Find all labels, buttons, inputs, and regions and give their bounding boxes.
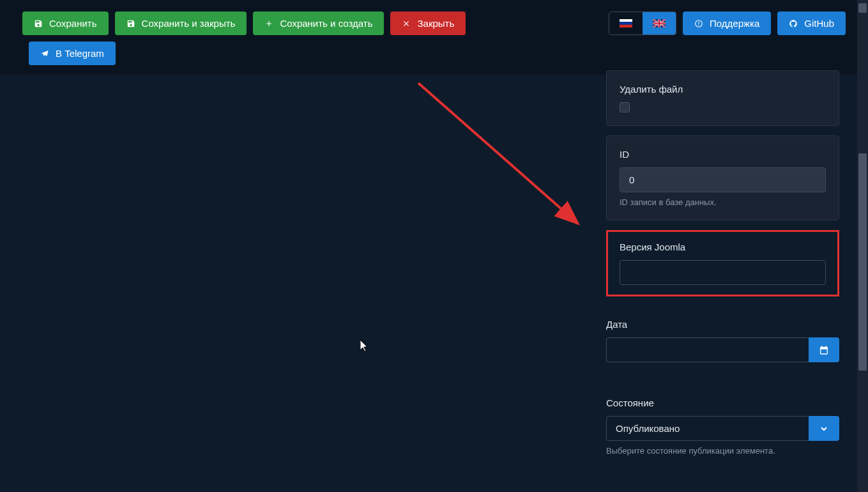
github-icon (789, 19, 798, 28)
calendar-icon (819, 345, 829, 355)
github-button[interactable]: GitHub (777, 12, 846, 35)
date-label: Дата (606, 319, 839, 330)
support-icon (694, 19, 703, 28)
layout-field: Макет По умолчанию Выберите макет из ком… (606, 478, 839, 492)
toolbar-left: Сохранить Сохранить и закрыть Сохранить … (22, 12, 466, 35)
close-button[interactable]: Закрыть (390, 12, 466, 35)
language-switcher (609, 12, 676, 35)
save-close-label: Сохранить и закрыть (142, 18, 236, 29)
joomla-version-highlight: Версия Joomla (606, 230, 839, 296)
telegram-icon (40, 49, 49, 58)
id-input[interactable] (620, 167, 826, 192)
svg-line-5 (418, 83, 578, 224)
scrollbar-outer[interactable] (857, 0, 868, 492)
flag-ru-icon (620, 19, 632, 27)
support-label: Поддержка (710, 18, 759, 29)
id-label: ID (620, 149, 826, 160)
toolbar: Сохранить Сохранить и закрыть Сохранить … (0, 0, 868, 42)
svg-rect-2 (620, 25, 632, 27)
joomla-version-input[interactable] (620, 260, 826, 285)
plus-icon (264, 19, 273, 28)
toolbar-right: Поддержка GitHub (609, 12, 846, 35)
save-button[interactable]: Сохранить (22, 12, 109, 35)
date-picker-button[interactable] (809, 337, 839, 362)
state-select[interactable]: Опубликовано (606, 416, 839, 441)
close-label: Закрыть (417, 18, 454, 29)
state-label: Состояние (606, 397, 839, 408)
id-field: ID ID записи в базе данных. (606, 135, 839, 220)
flag-uk-icon (653, 19, 666, 27)
lang-ru-button[interactable] (609, 12, 643, 35)
state-field: Состояние Опубликовано Выберите состояни… (606, 385, 839, 468)
state-value: Опубликовано (606, 416, 809, 441)
delete-file-checkbox[interactable] (620, 102, 630, 112)
save-new-label: Сохранить и создать (280, 18, 372, 29)
save-new-button[interactable]: Сохранить и создать (253, 12, 384, 35)
github-label: GitHub (804, 18, 834, 29)
arrow-annotation (351, 77, 594, 243)
state-help: Выберите состояние публикации элемента. (606, 446, 839, 456)
id-help: ID записи в базе данных. (620, 197, 826, 207)
delete-file-label: Удалить файл (620, 84, 826, 95)
joomla-version-label: Версия Joomla (620, 242, 826, 252)
date-input[interactable] (606, 337, 809, 362)
lang-en-button[interactable] (643, 12, 676, 35)
date-field: Дата (606, 306, 839, 375)
close-icon (402, 19, 411, 28)
save-icon (126, 19, 135, 28)
sidebar-form: Удалить файл ID ID записи в базе данных.… (606, 70, 839, 492)
state-dropdown-button[interactable] (809, 416, 839, 441)
save-icon (34, 19, 43, 28)
svg-rect-0 (620, 19, 632, 22)
delete-file-field: Удалить файл (606, 70, 839, 126)
svg-rect-1 (620, 22, 632, 24)
telegram-label: В Telegram (56, 48, 104, 59)
save-label: Сохранить (49, 18, 97, 29)
support-button[interactable]: Поддержка (683, 12, 771, 35)
cursor-icon (360, 340, 370, 353)
chevron-down-icon (819, 424, 829, 434)
save-close-button[interactable]: Сохранить и закрыть (115, 12, 247, 35)
telegram-button[interactable]: В Telegram (29, 42, 116, 65)
